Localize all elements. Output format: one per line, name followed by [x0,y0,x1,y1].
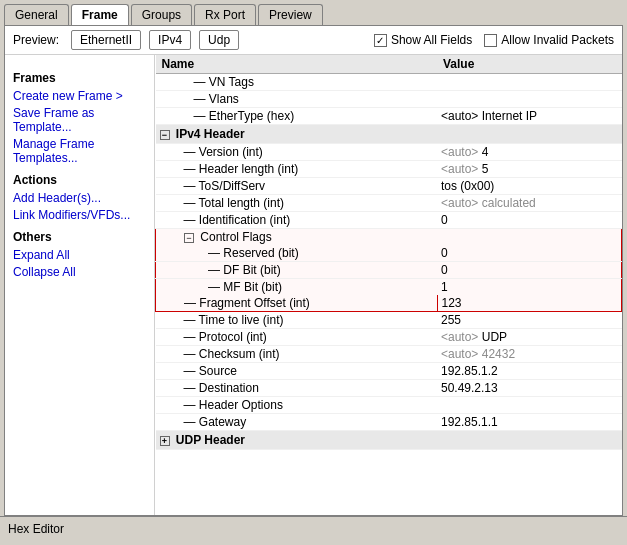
table-row: — Header length (int) <auto> 5 [156,161,622,178]
preview-subtab-udp[interactable]: Udp [199,30,239,50]
table-row: — Vlans [156,91,622,108]
preview-subtab-ipv4[interactable]: IPv4 [149,30,191,50]
sidebar-create-frame[interactable]: Create new Frame > [13,89,146,103]
field-name: — Identification (int) [156,212,438,229]
table-row: — Checksum (int) <auto> 42432 [156,346,622,363]
body-area: Frames Create new Frame > Save Frame as … [5,55,622,515]
preview-bar: Preview: EthernetII IPv4 Udp Show All Fi… [5,26,622,55]
table-row: — Source 192.85.1.2 [156,363,622,380]
tab-rxport[interactable]: Rx Port [194,4,256,25]
sidebar-link-modifiers[interactable]: Link Modifiers/VFDs... [13,208,146,222]
field-value[interactable]: <auto> 4 [437,144,622,161]
field-value[interactable]: 0 [437,212,622,229]
field-name: — Gateway [156,414,438,431]
tab-bar: General Frame Groups Rx Port Preview [0,0,627,25]
table-row: — Destination 50.49.2.13 [156,380,622,397]
field-value[interactable]: 50.49.2.13 [437,380,622,397]
sidebar-expand-all[interactable]: Expand All [13,248,146,262]
field-name: — MF Bit (bit) [156,279,438,296]
table-row: — Fragment Offset (int) 123 [156,295,622,312]
field-value[interactable]: 0 [437,245,622,262]
sidebar: Frames Create new Frame > Save Frame as … [5,55,155,515]
col-header-value: Value [437,55,622,74]
checkboxes-area: Show All Fields Allow Invalid Packets [374,33,614,47]
table-area: Name Value — VN Tags — V [155,55,622,515]
section-ipv4-header[interactable]: − IPv4 Header [156,125,622,144]
table-row: — EtherType (hex) <auto> Internet IP [156,108,622,125]
field-name: — Total length (int) [156,195,438,212]
field-value[interactable] [437,74,622,91]
field-value[interactable]: <auto> calculated [437,195,622,212]
field-value[interactable] [437,91,622,108]
cf-collapse-icon[interactable]: − [184,233,194,243]
table-row: — ToS/DiffServ tos (0x00) [156,178,622,195]
allow-invalid-packets-box[interactable] [484,34,497,47]
tab-general[interactable]: General [4,4,69,25]
field-value[interactable]: 192.85.1.2 [437,363,622,380]
field-value[interactable]: <auto> 42432 [437,346,622,363]
field-value[interactable]: <auto> UDP [437,329,622,346]
field-name: — Destination [156,380,438,397]
section-udp-header[interactable]: + UDP Header [156,431,622,450]
field-value[interactable] [437,397,622,414]
field-name: — Vlans [156,91,438,108]
preview-label: Preview: [13,33,59,47]
table-row: — Gateway 192.85.1.1 [156,414,622,431]
field-name: — Reserved (bit) [156,245,438,262]
allow-invalid-packets-checkbox[interactable]: Allow Invalid Packets [484,33,614,47]
control-flags-row: — MF Bit (bit) 1 [156,279,622,296]
field-name: — Header length (int) [156,161,438,178]
field-name: — Header Options [156,397,438,414]
table-row: — Time to live (int) 255 [156,312,622,329]
field-value[interactable]: 255 [437,312,622,329]
allow-invalid-packets-label: Allow Invalid Packets [501,33,614,47]
sidebar-actions-title: Actions [13,173,146,187]
col-header-name: Name [156,55,438,74]
hex-editor-label: Hex Editor [8,522,64,536]
field-name: — EtherType (hex) [156,108,438,125]
sidebar-add-header[interactable]: Add Header(s)... [13,191,146,205]
tab-frame[interactable]: Frame [71,4,129,25]
field-value[interactable]: 192.85.1.1 [437,414,622,431]
show-all-fields-box[interactable] [374,34,387,47]
field-name: — ToS/DiffServ [156,178,438,195]
control-flags-title[interactable]: − Control Flags [156,229,622,246]
field-name: — Protocol (int) [156,329,438,346]
show-all-fields-checkbox[interactable]: Show All Fields [374,33,472,47]
hex-editor-bar: Hex Editor [0,516,627,540]
tab-groups[interactable]: Groups [131,4,192,25]
tab-preview[interactable]: Preview [258,4,323,25]
field-value[interactable]: 0 [437,262,622,279]
fields-table: Name Value — VN Tags — V [155,55,622,450]
sidebar-collapse-all[interactable]: Collapse All [13,265,146,279]
table-row: — Header Options [156,397,622,414]
table-row: — Total length (int) <auto> calculated [156,195,622,212]
field-name: — Fragment Offset (int) [156,295,438,312]
sidebar-manage-templates[interactable]: Manage Frame Templates... [13,137,146,165]
control-flags-header[interactable]: − Control Flags [156,229,622,246]
field-value[interactable]: <auto> 5 [437,161,622,178]
field-value[interactable]: 1 [437,279,622,296]
section-title[interactable]: + UDP Header [156,431,622,450]
field-value[interactable]: <auto> Internet IP [437,108,622,125]
field-value[interactable]: tos (0x00) [437,178,622,195]
table-row: — VN Tags [156,74,622,91]
sidebar-save-frame[interactable]: Save Frame as Template... [13,106,146,134]
field-name: — Version (int) [156,144,438,161]
control-flags-row: — DF Bit (bit) 0 [156,262,622,279]
sidebar-others-title: Others [13,230,146,244]
collapse-icon[interactable]: − [160,130,170,140]
main-content: Preview: EthernetII IPv4 Udp Show All Fi… [4,25,623,516]
field-name: — Source [156,363,438,380]
field-name: — VN Tags [156,74,438,91]
table-row: — Protocol (int) <auto> UDP [156,329,622,346]
table-row: — Version (int) <auto> 4 [156,144,622,161]
preview-subtab-ethernetii[interactable]: EthernetII [71,30,141,50]
expand-icon[interactable]: + [160,436,170,446]
show-all-fields-label: Show All Fields [391,33,472,47]
section-title[interactable]: − IPv4 Header [156,125,622,144]
field-name: — Time to live (int) [156,312,438,329]
field-value[interactable]: 123 [437,295,622,312]
field-name: — DF Bit (bit) [156,262,438,279]
table-row: — Identification (int) 0 [156,212,622,229]
